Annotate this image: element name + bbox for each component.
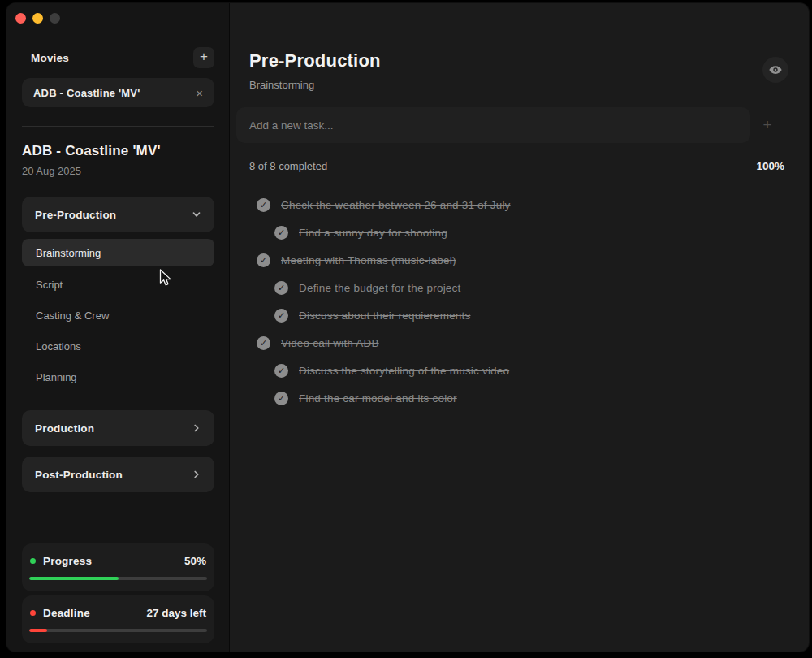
divider [22,126,214,127]
task-item[interactable]: ✓ Discuss the storytelling of the music … [274,357,784,384]
movies-heading: Movies [31,52,69,64]
task-item[interactable]: ✓ Meeting with Thomas (music-label) [257,246,784,274]
completed-count: 8 of 8 completed [249,160,327,172]
add-task-row: + [236,107,784,143]
main-header: Pre-Production Brainstorming [249,50,784,92]
completed-percent: 100% [756,160,784,172]
checkmark-icon[interactable]: ✓ [257,198,270,212]
sidebar-item-script[interactable]: Script [22,269,214,300]
section-production[interactable]: Production [22,410,214,446]
sidebar-item-planning[interactable]: Planning [22,361,214,392]
progress-bar-track [29,577,207,580]
subsection-label: Casting & Crew [36,310,109,322]
toggle-visibility-button[interactable] [762,57,788,83]
task-label: Define the budget for the project [299,282,460,294]
checkmark-icon[interactable]: ✓ [274,226,288,240]
checkmark-icon[interactable]: ✓ [274,392,288,405]
task-item[interactable]: ✓ Discuss about their requierements [274,301,784,329]
progress-value: 50% [184,555,206,567]
section-label: Pre-Production [35,209,116,221]
completion-summary: 8 of 8 completed 100% [249,158,784,174]
section-pre-production[interactable]: Pre-Production [22,197,214,232]
chevron-down-icon [192,210,201,219]
subsection-label: Locations [36,340,81,353]
chevron-right-icon [192,423,201,433]
task-label: Meeting with Thomas (music-label) [281,254,456,266]
checkmark-icon[interactable]: ✓ [274,281,288,295]
task-label: Discuss about their requierements [299,310,470,322]
task-label: Check the weather between 26 and 31 of J… [281,199,511,211]
task-label: Video call with ADB [281,337,379,349]
add-task-input[interactable] [236,107,750,143]
checkmark-icon[interactable]: ✓ [274,309,288,323]
sidebar-item-casting-crew[interactable]: Casting & Crew [22,300,214,331]
section-post-production[interactable]: Post-Production [22,457,214,492]
progress-dot-icon [30,558,36,564]
task-label: Discuss the storytelling of the music vi… [299,365,509,377]
sidebar-item-brainstorming[interactable]: Brainstorming [22,239,214,266]
page-subtitle: Brainstorming [249,79,784,92]
main-content: Pre-Production Brainstorming + 8 of 8 co… [230,3,809,652]
checkmark-icon[interactable]: ✓ [274,364,288,378]
section-label: Post-Production [35,469,123,481]
selected-movie-label: ADB - Coastline 'MV' [33,87,140,99]
project-date: 20 Aug 2025 [22,165,214,177]
task-item[interactable]: ✓ Find the car model and its color [274,384,784,412]
add-movie-button[interactable]: + [193,47,214,68]
deadline-card: Deadline 27 days left [22,595,214,643]
task-list: ✓ Check the weather between 26 and 31 of… [249,191,784,412]
deadline-dot-icon [30,610,36,616]
subsection-label: Brainstorming [36,247,101,259]
checkmark-icon[interactable]: ✓ [257,253,270,267]
section-label: Production [35,422,94,435]
progress-bar-fill [29,577,119,580]
checkmark-icon[interactable]: ✓ [257,336,270,350]
window-controls [15,13,60,24]
selected-movie-chip[interactable]: ADB - Coastline 'MV' × [22,78,214,107]
close-window-button[interactable] [15,13,26,24]
progress-card: Progress 50% [22,543,214,591]
task-label: Find a sunny day for shooting [299,227,447,239]
deadline-bar-track [29,629,207,632]
eye-icon [768,63,783,77]
task-item[interactable]: ✓ Find a sunny day for shooting [274,219,784,246]
zoom-window-button[interactable] [50,13,60,24]
sidebar-header: Movies + [31,48,214,67]
deadline-label: Deadline [43,607,90,619]
subsection-label: Script [36,279,63,291]
subsection-list: Brainstorming Script Casting & Crew Loca… [22,239,214,392]
task-item[interactable]: ✓ Video call with ADB [257,329,784,357]
close-icon[interactable]: × [196,87,203,99]
subsection-label: Planning [36,371,77,383]
add-task-button[interactable]: + [750,116,784,134]
minimize-window-button[interactable] [32,13,43,24]
deadline-bar-fill [29,629,47,632]
page-title: Pre-Production [249,50,784,71]
task-item[interactable]: ✓ Define the budget for the project [274,274,784,301]
progress-label: Progress [43,555,92,567]
sidebar: Movies + ADB - Coastline 'MV' × ADB - Co… [6,3,230,652]
sidebar-item-locations[interactable]: Locations [22,331,214,361]
project-title: ADB - Coastline 'MV' [22,143,214,159]
task-item[interactable]: ✓ Check the weather between 26 and 31 of… [257,191,784,219]
deadline-value: 27 days left [146,607,206,619]
task-label: Find the car model and its color [299,392,457,405]
app-window: Movies + ADB - Coastline 'MV' × ADB - Co… [6,3,809,652]
chevron-right-icon [192,470,201,479]
